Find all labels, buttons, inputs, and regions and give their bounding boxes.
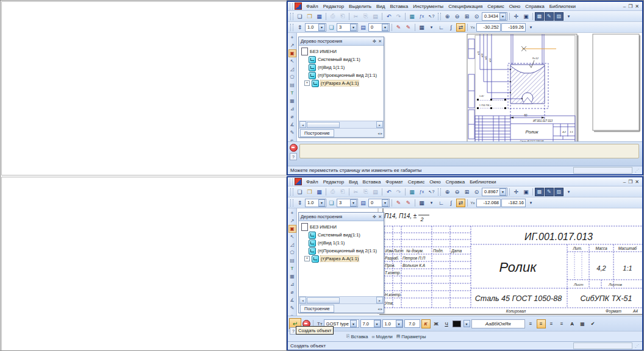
refresh-image-icon[interactable]: ▩ (535, 188, 544, 196)
tool-icon[interactable]: ✎ (288, 129, 296, 136)
resize-grip[interactable]: ⋰ (635, 168, 640, 173)
pin-icon[interactable]: ✜ (373, 214, 376, 219)
close-button[interactable]: ✕ (635, 179, 639, 185)
tree-item[interactable]: (п)Вид 1(1:1) (301, 63, 384, 71)
tool-icon[interactable]: ▤ (288, 81, 296, 89)
menu-item[interactable]: Файл (304, 179, 321, 185)
tool-icon[interactable]: ↗ (288, 217, 296, 225)
undo-icon[interactable]: ↶ (384, 12, 393, 21)
toolbar-grip[interactable] (290, 199, 293, 207)
tab-insert[interactable]: ⎘ Вставка (346, 334, 368, 339)
close-button[interactable]: ✕ (635, 4, 639, 9)
text-style-button[interactable]: А (568, 319, 577, 328)
grid-dropdown-icon[interactable]: ▾ (427, 23, 436, 32)
toolbar-overflow-icon[interactable]: ▾ (564, 188, 573, 196)
layer-combo[interactable]: 3 ▾ (337, 23, 358, 32)
zoom-lens-icon[interactable]: ⊙ (472, 188, 481, 196)
tree-item[interactable]: Системный вид(1:1) (301, 55, 384, 63)
menu-item[interactable]: Инструменты (410, 4, 446, 9)
undo-icon[interactable]: ↶ (384, 188, 393, 196)
tolerance-note[interactable]: П14, П14, ± 2 (384, 213, 429, 222)
brush-icon[interactable]: ✎ (545, 12, 554, 21)
toolbar-grip[interactable] (290, 13, 293, 20)
minimize-button[interactable]: – (623, 4, 626, 9)
step-combo[interactable]: 1.0 ▾ (305, 23, 326, 32)
tool-icon[interactable]: Т (288, 264, 296, 272)
chevron-down-icon[interactable]: ▾ (350, 320, 357, 327)
tool-icon[interactable]: ⌖ (288, 34, 296, 41)
tool-icon[interactable]: ↖ (288, 57, 296, 65)
tool-icon[interactable]: ▤ (288, 257, 296, 264)
halftone-icon[interactable]: ▨ (554, 12, 564, 21)
chevron-down-icon[interactable]: ▾ (350, 199, 357, 207)
menu-item[interactable]: Редактор (321, 4, 346, 9)
menu-item[interactable]: Справка (443, 179, 467, 185)
chevron-down-icon[interactable]: ▾ (318, 24, 325, 31)
tool-icon[interactable]: ℮ (288, 136, 296, 141)
tool-icon[interactable]: ⬠ (288, 73, 296, 81)
snap-toggle-icon[interactable]: ⇄ (456, 23, 465, 32)
tree-root[interactable]: БЕЗ ИМЕНИ (301, 223, 384, 231)
narrowing-select[interactable]: 1.0 ▾ (382, 319, 403, 328)
menu-item[interactable]: Справка (523, 4, 546, 9)
zoom-lens-icon[interactable]: ⊙ (472, 12, 481, 21)
step-size-box[interactable]: 7.0 (404, 319, 420, 328)
save-icon[interactable]: ▦ (315, 12, 324, 21)
tree-item[interactable]: + (т)Разрез А-А(1:1) (301, 79, 384, 87)
scroll-right-icon[interactable]: ▸ (376, 297, 383, 303)
tree-item[interactable]: (п)Проекционный вид 2(1:1) (301, 247, 384, 255)
print-preview-icon[interactable]: ⎗ (338, 188, 347, 196)
tool-icon[interactable]: ▣ (288, 49, 296, 57)
tool-icon[interactable]: ∡ (288, 121, 296, 129)
fx-icon[interactable]: ƒx (417, 12, 426, 21)
close-icon[interactable]: ✕ (378, 39, 382, 44)
menu-item[interactable]: Спецификация (446, 4, 485, 9)
context-help-icon[interactable]: ↖? (427, 12, 436, 21)
chevron-down-icon[interactable]: ▾ (318, 199, 325, 207)
menu-item[interactable]: Вид (346, 179, 360, 185)
ortho-icon[interactable]: ∫ (446, 199, 456, 207)
zoom-rect-icon[interactable]: ⊞ (462, 188, 471, 196)
chevron-down-icon[interactable]: ▾ (382, 24, 388, 31)
coord-x-box[interactable]: -30.252 (476, 23, 501, 32)
property-input-area[interactable] (299, 144, 639, 158)
menu-item[interactable]: Сервис (485, 4, 506, 9)
tool-icon[interactable]: ø (288, 113, 296, 121)
tab-construction[interactable]: Построение (300, 129, 334, 137)
tab-scroll-icons[interactable]: ◂ ▸ (377, 307, 382, 311)
grid-dropdown-icon[interactable]: ▾ (427, 199, 436, 207)
menu-item[interactable]: Окно (427, 179, 443, 185)
expand-icon[interactable]: + (304, 80, 310, 86)
minimize-button[interactable]: – (623, 179, 626, 185)
resize-grip[interactable]: ⋰ (635, 344, 640, 349)
spellcheck-icon[interactable]: ✔ (589, 319, 598, 328)
layer-combo[interactable]: 3 ▾ (337, 199, 358, 207)
toolbar-overflow-icon[interactable]: ▾ (526, 23, 535, 32)
toolbar-grip[interactable] (290, 188, 293, 196)
context-help-icon[interactable]: ↖? (427, 188, 436, 196)
chevron-down-icon[interactable]: ▾ (396, 320, 402, 327)
pencil-icon[interactable]: ✎ (394, 199, 403, 207)
stop-icon[interactable] (290, 144, 298, 152)
zoom-rect-icon[interactable]: ⊞ (462, 12, 471, 21)
insert-table-icon[interactable]: ▦ (578, 319, 587, 328)
tool-icon[interactable]: ◿ (288, 65, 296, 73)
step-combo[interactable]: 1.0 ▾ (305, 199, 326, 207)
restore-button[interactable]: ❐ (628, 4, 632, 9)
toolbar-grip[interactable] (290, 3, 293, 10)
tab-models[interactable]: ∞ Модели (372, 334, 393, 339)
halftone-icon[interactable]: ▨ (554, 188, 564, 196)
tool-icon[interactable]: ↗ (288, 41, 296, 49)
tool-icon[interactable]: ⊿ (288, 105, 296, 113)
menu-item[interactable]: Вставка (360, 179, 384, 185)
grid-icon[interactable]: ▦ (417, 23, 426, 32)
tool-icon[interactable]: ℮ (288, 312, 296, 316)
align-center-icon[interactable]: ≡ (537, 319, 546, 328)
expand-icon[interactable]: + (304, 256, 310, 261)
ortho-icon[interactable]: ∫ (446, 23, 456, 32)
chevron-down-icon[interactable]: ▾ (350, 24, 357, 31)
tree-hscrollbar[interactable]: ◂ ▸ (299, 296, 384, 303)
coord-y-box[interactable]: -182.16 (501, 199, 526, 207)
show-all-icon[interactable]: ▣ (521, 12, 531, 21)
coord-x-box[interactable]: -12.068 (476, 199, 501, 207)
